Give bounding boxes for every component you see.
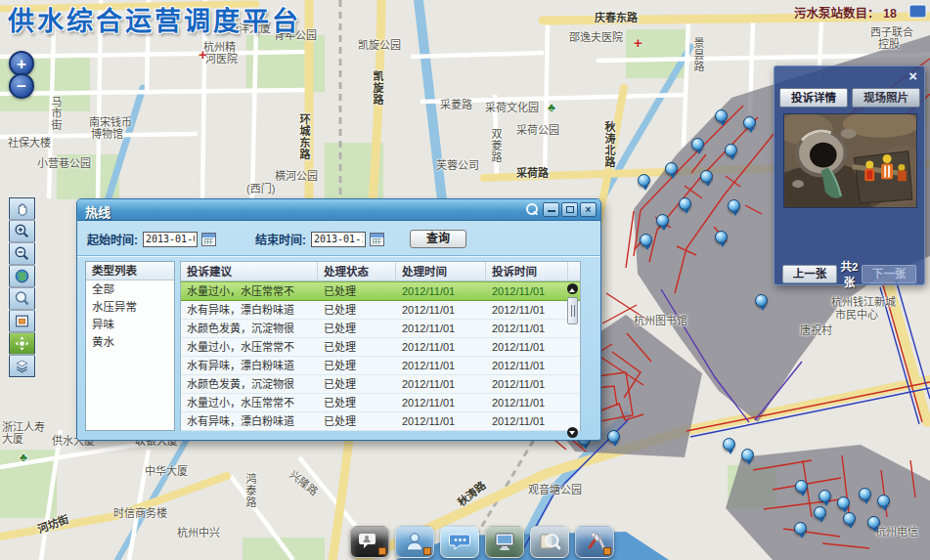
start-time-input[interactable] (143, 232, 198, 247)
water-point-marker[interactable] (638, 174, 650, 187)
photo-panel-tab[interactable]: 现场照片 (852, 88, 920, 108)
water-point-marker[interactable] (795, 480, 808, 493)
lens-button[interactable] (9, 287, 35, 310)
water-point-marker[interactable] (794, 522, 807, 535)
water-point-marker[interactable] (723, 438, 735, 451)
water-point-marker[interactable] (607, 430, 620, 443)
water-point-marker[interactable] (715, 109, 728, 122)
water-point-marker[interactable] (656, 214, 669, 227)
column-header[interactable]: 处理时间 (396, 262, 486, 280)
pan-hand-button[interactable] (9, 197, 35, 220)
water-point-marker[interactable] (691, 138, 704, 151)
zoom-in-button[interactable]: + (9, 51, 34, 76)
water-point-marker[interactable] (819, 490, 831, 502)
cell-complaint-time: 2012/11/01 (486, 301, 568, 319)
monitor-button[interactable] (485, 526, 524, 558)
table-row[interactable]: 水颜色发黄，沉淀物很已处理2012/11/012012/11/01 (181, 375, 580, 394)
layers-icon (14, 358, 30, 374)
prev-photo-button[interactable]: 上一张 (782, 265, 837, 283)
water-point-marker[interactable] (755, 294, 768, 307)
water-point-marker[interactable] (679, 197, 691, 210)
photo-panel: × 投诉详情现场照片 (774, 65, 925, 285)
water-point-marker[interactable] (741, 449, 754, 461)
column-header[interactable]: 处理状态 (318, 262, 396, 280)
type-list-item[interactable]: 全部 (86, 280, 174, 298)
water-point-marker[interactable] (665, 162, 678, 175)
column-header[interactable]: 投诉建议 (181, 262, 318, 280)
water-point-marker[interactable] (700, 170, 713, 183)
minimize-button[interactable] (543, 202, 559, 217)
cell-complaint: 水有异味，漂白粉味道 (181, 357, 318, 374)
cell-process-time: 2012/11/01 (396, 412, 486, 430)
water-point-marker[interactable] (867, 516, 880, 529)
start-time-label: 起始时间: (87, 231, 138, 247)
table-scrollbar[interactable] (567, 283, 579, 430)
cell-complaint-time: 2012/11/01 (486, 394, 568, 411)
user-button[interactable] (395, 526, 434, 558)
water-point-marker[interactable] (877, 495, 890, 507)
type-list-item[interactable]: 黄水 (86, 333, 174, 351)
cell-complaint: 水量过小，水压常常不 (181, 282, 318, 300)
cell-status: 已处理 (318, 375, 396, 393)
type-list-item[interactable]: 水压异常 (86, 298, 174, 316)
magnifier-icon[interactable] (525, 203, 538, 216)
maximize-button[interactable] (561, 202, 578, 217)
table-row[interactable]: 水量过小，水压常常不已处理2012/11/012012/11/01 (181, 338, 580, 357)
calendar-icon[interactable] (370, 233, 384, 246)
globe-icon (14, 268, 30, 284)
photo-count: 共2张 (837, 258, 862, 289)
table-row[interactable]: 水有异味，漂白粉味道已处理2012/11/012012/11/01 (181, 357, 580, 375)
table-row[interactable]: 水颜色发黄，沉淀物很已处理2012/11/012012/11/01 (181, 320, 580, 338)
cell-complaint-time: 2012/11/01 (486, 320, 568, 337)
cell-complaint-time: 2012/11/01 (486, 412, 568, 430)
map-toolbar (9, 197, 35, 377)
panel-close-icon[interactable]: × (908, 68, 917, 83)
globe-button[interactable] (9, 265, 35, 287)
zoom-in-lens-button[interactable] (9, 220, 35, 242)
select-image-button[interactable] (9, 310, 35, 332)
type-list-item[interactable]: 异味 (86, 316, 174, 333)
tools-button[interactable] (575, 526, 614, 558)
cell-status: 已处理 (318, 412, 396, 430)
end-time-input[interactable] (311, 232, 366, 247)
query-button[interactable]: 查询 (410, 230, 466, 248)
water-point-marker[interactable] (728, 199, 740, 212)
photo-panel-tab[interactable]: 投诉详情 (779, 88, 848, 108)
next-photo-button[interactable]: 下一张 (862, 265, 916, 283)
cell-status: 已处理 (318, 394, 396, 411)
cell-process-time: 2012/11/01 (396, 320, 486, 337)
table-row[interactable]: 水有异味，漂白粉味道已处理2012/11/012012/11/01 (181, 301, 580, 320)
water-point-marker[interactable] (743, 116, 756, 129)
water-point-marker[interactable] (859, 488, 871, 500)
message-dots-button[interactable] (440, 526, 479, 558)
table-row[interactable]: 水量过小，水压常常不已处理2012/11/012012/11/01 (181, 394, 580, 412)
cell-complaint-time: 2012/11/01 (486, 282, 568, 300)
water-point-marker[interactable] (814, 506, 826, 519)
close-button[interactable]: × (580, 202, 597, 217)
scroll-down-button[interactable] (567, 427, 578, 438)
water-point-marker[interactable] (843, 512, 856, 525)
water-point-marker[interactable] (640, 234, 652, 246)
contact-chat-button[interactable] (350, 526, 389, 558)
search-map-button[interactable] (530, 526, 569, 558)
water-point-marker[interactable] (725, 144, 737, 156)
cell-process-time: 2012/11/01 (396, 357, 486, 374)
calendar-icon[interactable] (201, 233, 216, 246)
photo-pager: 上一张 共2张 下一张 (775, 258, 924, 289)
app-root: 迈洋大厦青年公园凯旋公园凯旋路环城东路杭州精河医院马市街南宋钱币博物馆社保大楼小… (0, 0, 930, 560)
zoom-out-button[interactable]: − (9, 73, 34, 99)
column-header[interactable]: 投诉时间 (486, 262, 568, 280)
water-point-marker[interactable] (715, 231, 728, 243)
table-row[interactable]: 水量过小，水压常常不已处理2012/11/012012/11/01 (181, 281, 580, 301)
zoom-out-lens-button[interactable] (9, 242, 35, 265)
layers-button[interactable] (9, 355, 35, 377)
scroll-up-button[interactable] (567, 283, 578, 294)
scene-photo[interactable] (783, 113, 917, 208)
water-point-marker[interactable] (837, 496, 850, 509)
cell-process-time: 2012/11/01 (396, 375, 486, 393)
table-row[interactable]: 水有异味，漂白粉味道已处理2012/11/012012/11/01 (181, 412, 580, 431)
move-arrows-button[interactable] (9, 332, 35, 355)
scroll-thumb[interactable] (567, 297, 578, 324)
cell-process-time: 2012/11/01 (396, 394, 486, 411)
dialog-titlebar[interactable]: 热线 × (77, 199, 600, 221)
